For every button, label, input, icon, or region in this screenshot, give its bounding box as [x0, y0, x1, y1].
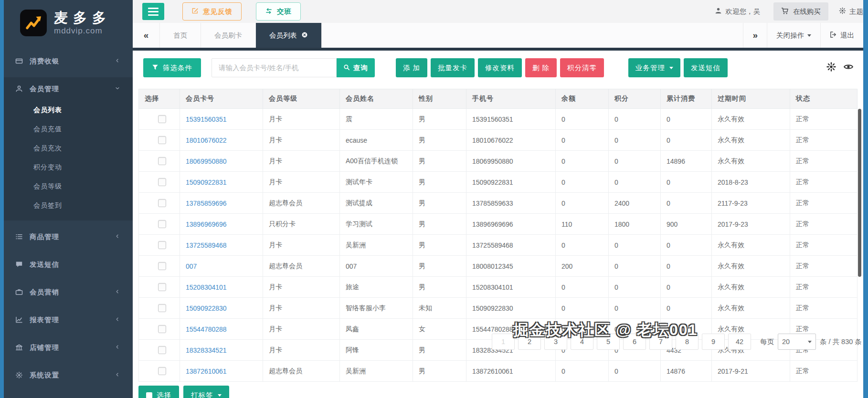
watermark-text: 掘金技术社区 @ 老坛001 [513, 320, 698, 341]
member-card-link[interactable]: 18069950880 [186, 157, 227, 165]
vertical-scrollbar[interactable] [858, 109, 861, 277]
page-button-1[interactable]: 1 [492, 334, 515, 350]
row-checkbox[interactable] [158, 283, 166, 291]
sign-out-icon [830, 31, 837, 40]
sidebar-item-3[interactable]: 发送短信 [4, 253, 133, 276]
member-card-link[interactable]: 15208304101 [186, 283, 227, 291]
row-checkbox[interactable] [158, 325, 166, 333]
row-checkbox[interactable] [158, 346, 166, 354]
row-checkbox[interactable] [158, 262, 166, 270]
member-card-link[interactable]: 15544780288 [186, 325, 227, 333]
action-button-3[interactable]: 删 除 [525, 58, 557, 77]
cell-status: 正常 [790, 235, 857, 256]
cell-total: 0 [661, 109, 712, 130]
sidebar-subitem-1[interactable]: 会员充值 [4, 119, 133, 138]
table-row: 13725589468月卡吴新洲男13725589468000永久有效正常 [139, 235, 857, 256]
theme-button[interactable]: 主题 [839, 7, 863, 16]
grid-settings-gear-icon[interactable] [826, 62, 836, 73]
member-card-link[interactable]: 15391560351 [186, 115, 227, 123]
sidebar-subitem-3[interactable]: 积分变动 [4, 157, 133, 177]
close-operations-dropdown[interactable]: 关闭操作 [767, 23, 820, 48]
member-card-link[interactable]: 15090922831 [186, 178, 227, 186]
cell-level: 月卡 [263, 319, 340, 340]
row-checkbox[interactable] [158, 199, 166, 207]
cell-points: 0 [609, 298, 661, 319]
tabs-scroll-right-icon[interactable]: » [743, 23, 767, 48]
search-button[interactable]: 查询 [337, 58, 375, 77]
trend-arrow-icon [20, 10, 47, 36]
cell-balance: 0 [556, 130, 609, 151]
sidebar-subitem-0[interactable]: 会员列表 [4, 100, 133, 119]
tabs-scroll-left-icon[interactable]: « [133, 23, 160, 48]
member-card-link[interactable]: 13725589468 [186, 241, 227, 249]
sidebar-item-2[interactable]: 商品管理 [4, 225, 133, 248]
action-button-6[interactable]: 发送短信 [684, 58, 728, 77]
member-card-link[interactable]: 18328334521 [186, 346, 227, 354]
shift-change-button[interactable]: 交班 [256, 2, 301, 21]
row-checkbox[interactable] [158, 136, 166, 144]
row-checkbox[interactable] [158, 178, 166, 186]
action-button-4[interactable]: 积分清零 [560, 58, 604, 77]
tag-label: 打标签 [191, 391, 213, 398]
member-card-cell: 18010676022 [180, 130, 263, 151]
tab-2[interactable]: 会员列表 [256, 23, 322, 48]
filter-button[interactable]: 筛选条件 [143, 58, 201, 77]
chevron-left-icon [115, 233, 121, 241]
tab-1[interactable]: 会员刷卡 [201, 23, 256, 48]
sidebar-subitem-4[interactable]: 会员等级 [4, 177, 133, 196]
caret-down-icon [669, 67, 673, 69]
cell-status: 正常 [790, 298, 857, 319]
sidebar-item-7[interactable]: 系统设置 [4, 364, 133, 387]
logout-button[interactable]: 退出 [820, 23, 863, 48]
welcome-user: 欢迎您，吴 [715, 7, 761, 16]
cell-level: 超志尊会员 [263, 193, 340, 214]
sidebar-item-label: 会员营销 [30, 288, 59, 297]
member-card-cell: 15391560351 [180, 109, 263, 130]
member-card-link[interactable]: 15090922830 [186, 304, 227, 312]
page-button-9[interactable]: 9 [702, 334, 725, 350]
sidebar-subitem-5[interactable]: 会员签到 [4, 196, 133, 215]
action-button-0[interactable]: 添 加 [396, 58, 427, 77]
sidebar-item-0[interactable]: 消费收银 [4, 50, 133, 73]
column-visibility-eye-icon[interactable] [843, 62, 854, 74]
member-card-link[interactable]: 13872610061 [186, 367, 227, 375]
action-button-5[interactable]: 业务管理 [628, 58, 680, 77]
app-window: 麦多多 mddvip.com 消费收银会员管理会员列表会员充值会员充次积分变动会… [0, 0, 868, 398]
action-button-1[interactable]: 批量发卡 [431, 58, 475, 77]
search-input[interactable] [212, 58, 337, 77]
member-card-link[interactable]: 007 [186, 262, 197, 270]
sidebar-item-5[interactable]: 报表管理 [4, 308, 133, 331]
feedback-button[interactable]: 意见反馈 [182, 2, 242, 21]
chevron-left-icon [115, 371, 121, 379]
grid-tools [826, 62, 854, 74]
row-select-cell [139, 298, 180, 319]
row-checkbox[interactable] [158, 367, 166, 375]
per-page-select[interactable]: 20 [778, 334, 816, 350]
member-card-link[interactable]: 18010676022 [186, 136, 227, 144]
tab-0[interactable]: 首页 [160, 23, 201, 48]
member-card-link[interactable]: 13785859696 [186, 199, 227, 207]
tab-label: 会员刷卡 [214, 31, 242, 40]
row-checkbox[interactable] [158, 304, 166, 312]
filter-label: 筛选条件 [163, 63, 192, 73]
sidebar-item-1[interactable]: 会员管理 [4, 77, 133, 100]
tag-dropdown-button[interactable]: 打标签 [183, 386, 229, 398]
credit-card-icon [15, 57, 25, 65]
member-card-link[interactable]: 13896969696 [186, 220, 227, 228]
online-buy-button[interactable]: 在线购买 [773, 2, 828, 21]
cell-total: 0 [661, 256, 712, 277]
sidebar-item-6[interactable]: 店铺管理 [4, 336, 133, 359]
menu-toggle-button[interactable] [142, 3, 164, 20]
search-label: 查询 [353, 63, 368, 73]
sidebar-item-4[interactable]: 会员营销 [4, 281, 133, 304]
page-button-42[interactable]: 42 [728, 334, 751, 350]
action-button-2[interactable]: 修改资料 [478, 58, 522, 77]
sidebar-subitem-2[interactable]: 会员充次 [4, 138, 133, 157]
select-all-button[interactable]: 选择 [138, 386, 179, 398]
row-checkbox[interactable] [158, 220, 166, 228]
cell-expire: 永久有效 [712, 298, 790, 319]
column-header-9: 过期时间 [712, 89, 790, 109]
row-checkbox[interactable] [158, 115, 166, 123]
row-checkbox[interactable] [158, 241, 166, 249]
row-checkbox[interactable] [158, 157, 166, 165]
